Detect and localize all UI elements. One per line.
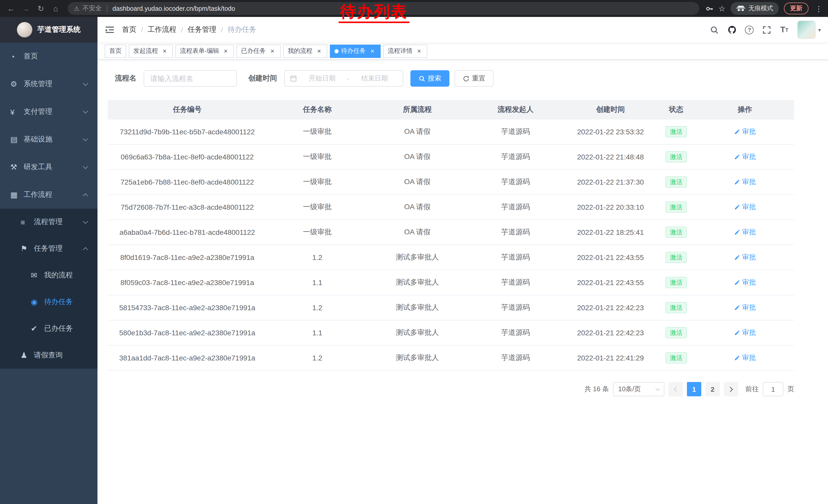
- cell-initiator: 芋道源码: [467, 220, 564, 244]
- cell-created-time: 2022-01-22 21:37:30: [564, 170, 657, 194]
- sidebar-item[interactable]: ¥ 支付管理: [0, 98, 97, 126]
- approve-button[interactable]: 审批: [734, 328, 756, 337]
- total-count: 共 16 条: [585, 384, 609, 394]
- fullscreen-button[interactable]: [758, 17, 776, 43]
- page-number-list: 1 2: [687, 382, 720, 396]
- incognito-badge: 无痕模式: [731, 2, 779, 15]
- approve-button[interactable]: 审批: [734, 127, 756, 136]
- refresh-icon: [463, 75, 469, 82]
- breadcrumb-link[interactable]: 首页: [122, 25, 136, 34]
- sidebar-item[interactable]: ◉ 待办任务: [0, 289, 97, 315]
- font-size-icon: T: [780, 25, 785, 34]
- sidebar-toggle-button[interactable]: [97, 17, 122, 43]
- search-button[interactable]: 搜索: [410, 70, 449, 87]
- date-range-picker[interactable]: 开始日期 - 结束日期: [284, 70, 403, 87]
- update-button[interactable]: 更新: [784, 3, 809, 14]
- cell-initiator: 芋道源码: [467, 270, 564, 295]
- calendar-icon: [290, 75, 297, 82]
- cell-created-time: 2022-01-21 22:43:55: [564, 270, 657, 295]
- cell-status: 激活: [657, 245, 696, 270]
- tab-close-icon[interactable]: ×: [269, 47, 276, 55]
- help-button[interactable]: ?: [741, 17, 758, 43]
- breadcrumb-link[interactable]: 任务管理: [188, 25, 216, 34]
- tab-close-icon[interactable]: ×: [161, 47, 168, 55]
- edit-icon: [734, 229, 740, 235]
- reset-button[interactable]: 重置: [455, 70, 494, 87]
- sidebar-item[interactable]: ▦ 工作流程: [0, 181, 97, 209]
- approve-button[interactable]: 审批: [734, 202, 756, 212]
- key-icon[interactable]: [705, 4, 713, 12]
- browser-back-button[interactable]: ←: [4, 2, 18, 15]
- process-name-label: 流程名: [115, 74, 136, 83]
- process-name-input[interactable]: [143, 70, 237, 87]
- approve-button[interactable]: 审批: [734, 152, 756, 162]
- table-row: 381aa1dd-7ac8-11ec-a9e2-a2380e71991a 1.2…: [108, 346, 794, 371]
- user-avatar[interactable]: [797, 20, 816, 39]
- sidebar: 芋道管理系统 ◔ 首页 ⚙ 系统管理: [0, 17, 97, 504]
- cell-process: OA 请假: [368, 120, 467, 144]
- next-page-button[interactable]: [724, 382, 738, 396]
- tab[interactable]: 首页: [105, 44, 126, 58]
- page-number-button[interactable]: 1: [687, 382, 701, 396]
- tab[interactable]: 待办任务 ×: [330, 44, 381, 58]
- status-badge: 激活: [665, 327, 687, 338]
- tab-close-icon[interactable]: ×: [316, 47, 323, 55]
- breadcrumb-separator: /: [221, 26, 223, 34]
- chevron-right-icon: [728, 386, 733, 392]
- page-size-select[interactable]: 10条/页: [613, 382, 664, 396]
- chevron-down-icon[interactable]: ▾: [818, 27, 821, 33]
- breadcrumb-link[interactable]: 工作流程: [148, 25, 176, 34]
- tab-close-icon[interactable]: ×: [369, 47, 376, 55]
- approve-button[interactable]: 审批: [734, 253, 756, 262]
- cell-task-name: 1.2: [267, 346, 368, 370]
- cell-task-id: 580e1b3d-7ac8-11ec-a9e2-a2380e71991a: [108, 320, 267, 345]
- tab-close-icon[interactable]: ×: [222, 47, 229, 55]
- sidebar-item[interactable]: ⚙ 系统管理: [0, 70, 97, 98]
- page-number-button[interactable]: 2: [705, 382, 720, 396]
- browser-refresh-button[interactable]: ↻: [34, 2, 48, 15]
- status-badge: 激活: [665, 176, 687, 188]
- tab[interactable]: 流程详情 ×: [383, 44, 427, 58]
- sidebar-item[interactable]: ✔ 已办任务: [0, 315, 97, 342]
- approve-button[interactable]: 审批: [734, 177, 756, 187]
- sidebar-item[interactable]: ◔ 首页: [0, 43, 97, 70]
- tab-active-dot: [334, 49, 339, 53]
- goto-page-input[interactable]: [763, 382, 783, 396]
- browser-menu-icon[interactable]: ⋮: [814, 4, 824, 12]
- cell-task-id: 8f0d1619-7ac8-11ec-a9e2-a2380e71991a: [108, 245, 267, 270]
- app-logo[interactable]: 芋道管理系统: [0, 17, 97, 43]
- yen-icon: ¥: [10, 107, 23, 116]
- sidebar-item[interactable]: ⚑ 任务管理: [0, 235, 97, 262]
- table-row: a6aba0a4-7b6d-11ec-b781-acde48001122 一级审…: [108, 220, 794, 245]
- sidebar-item[interactable]: ▤ 基础设施: [0, 126, 97, 153]
- approve-button[interactable]: 审批: [734, 353, 756, 363]
- sidebar-item[interactable]: ✉ 我的流程: [0, 262, 97, 289]
- bookmark-star-icon[interactable]: ☆: [718, 4, 726, 13]
- header-search-button[interactable]: [706, 17, 723, 43]
- browser-forward-button[interactable]: →: [19, 2, 33, 15]
- edit-icon: [734, 154, 740, 160]
- cell-task-id: 75d72608-7b7f-11ec-a3c8-acde48001122: [108, 195, 267, 220]
- column-header: 流程发起人: [467, 100, 564, 120]
- prev-page-button[interactable]: [668, 382, 683, 396]
- tab[interactable]: 我的流程 ×: [283, 44, 327, 58]
- font-size-button[interactable]: TT: [776, 17, 793, 43]
- table-body: 73211d9d-7b9b-11ec-b5b7-acde48001122 一级审…: [108, 120, 794, 371]
- approve-button[interactable]: 审批: [734, 228, 756, 237]
- browser-home-button[interactable]: ⌂: [49, 2, 63, 15]
- breadcrumb-link[interactable]: 待办任务: [227, 25, 256, 34]
- tab-close-icon[interactable]: ×: [416, 47, 423, 55]
- sidebar-item[interactable]: ≡ 流程管理: [0, 209, 97, 235]
- github-link[interactable]: [723, 17, 741, 43]
- approve-button[interactable]: 审批: [734, 303, 756, 312]
- status-badge: 激活: [665, 151, 687, 163]
- dev-tools-icon: ⚒: [10, 163, 23, 172]
- tab[interactable]: 流程表单-编辑 ×: [175, 44, 234, 58]
- sidebar-item[interactable]: ♟ 请假查询: [0, 342, 97, 369]
- approve-button[interactable]: 审批: [734, 278, 756, 287]
- filter-form: 流程名 创建时间 开始日期 - 结束日期 搜索: [108, 70, 794, 87]
- sidebar-item-label: 首页: [24, 52, 38, 61]
- tab[interactable]: 发起流程 ×: [129, 44, 173, 58]
- tab[interactable]: 已办任务 ×: [237, 44, 281, 58]
- sidebar-item[interactable]: ⚒ 研发工具: [0, 153, 97, 181]
